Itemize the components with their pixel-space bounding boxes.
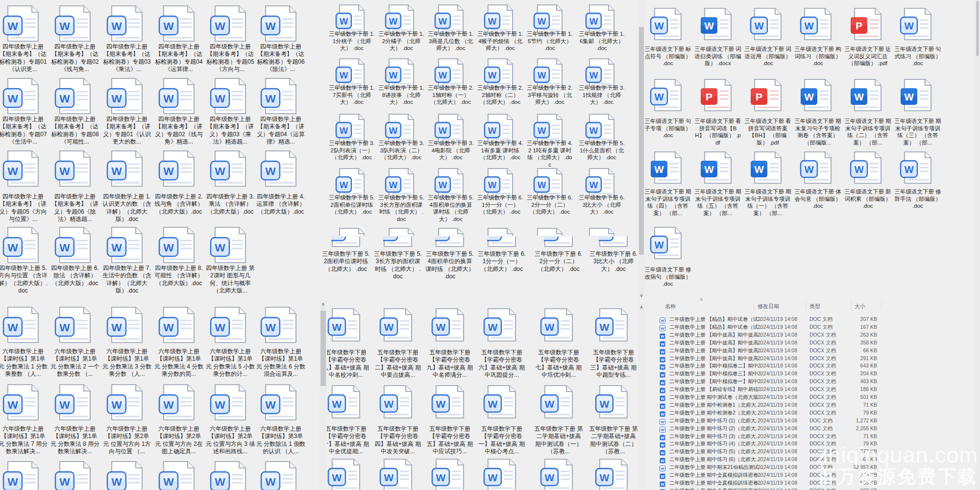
mid-upper-scrollbar-thumb[interactable] <box>639 27 644 255</box>
file-label[interactable]: 三年级语文下册 标点符号 （部编版） .doc <box>644 46 691 67</box>
list-row[interactable]: W二年级数学上册 【精品】期中试卷（试...2024/11/19 14:08DO… <box>655 324 975 331</box>
doc-file-icon[interactable]: W <box>339 4 365 34</box>
file-label[interactable]: 三年级语文下册 词语归类训练 （部编版） .docx <box>694 46 741 67</box>
doc-file-icon[interactable]: W <box>59 226 91 264</box>
doc-file-icon[interactable]: W <box>804 7 832 41</box>
doc-file-icon[interactable]: W <box>265 384 297 421</box>
list-row[interactable]: W二年级数学上册 【期中拔高】期中拔高...2024/11/19 14:08DO… <box>655 340 975 347</box>
doc-file-icon[interactable]: W <box>383 308 413 342</box>
doc-file-icon[interactable]: W <box>214 5 246 42</box>
doc-file-icon[interactable]: W <box>588 58 615 88</box>
file-label[interactable]: 三年级数学下册 1.7买新书 （北师大） .doc <box>329 84 375 106</box>
doc-file-icon[interactable]: W <box>111 226 143 264</box>
file-label[interactable]: 五年级数学下册 【学霸夺分密卷二】基础+拔高 期中要点拔高... <box>373 349 422 379</box>
file-label[interactable]: 三年级数学下册 1.5节约 （北师大） .doc <box>527 30 573 52</box>
doc-file-icon[interactable]: W <box>544 385 573 419</box>
doc-file-icon[interactable]: W <box>438 4 464 34</box>
bottom-mid-scrollbar-thumb[interactable] <box>320 311 326 386</box>
file-label[interactable]: 四年级数学上册 【期末备考】（讲义）专题02《线与角》精选... <box>154 116 204 146</box>
doc-file-icon[interactable]: W <box>7 5 39 42</box>
doc-file-icon[interactable]: W <box>339 113 365 144</box>
file-label[interactable]: 六年级数学上册 【课时练】第1单元 分数乘法 3 分数乘分数 （人... <box>102 348 152 378</box>
file-label[interactable]: 三年级语文下册 词语运用 （部编版） .doc <box>744 46 791 67</box>
file-label[interactable]: 三年级语文下册 期末句子训练专项训练（二） （含答案） （部... <box>844 118 891 147</box>
list-row[interactable]: W二年级数学上册 【期中模拟卷一】期中...2024/11/19 14:08DO… <box>655 378 975 386</box>
file-label[interactable]: 三年级语文下册 近义词反义词汇总 （部编版） .pdf <box>844 46 891 67</box>
docx-file-icon[interactable]: W <box>804 78 832 112</box>
doc-file-icon[interactable]: W <box>214 384 246 421</box>
doc-file-icon[interactable]: W <box>487 168 514 198</box>
pdf-file-icon[interactable]: P <box>754 78 782 112</box>
file-label[interactable]: 五年级数学下册 【学霸夺分密卷八】基础+拔高 期中名校冲刺... <box>321 349 370 379</box>
list-scrollbar-up-arrow-icon[interactable]: ∧ <box>638 305 645 310</box>
file-label[interactable]: 五年级数学下册 第二学期基础+拔高 期中测试卷（一）（苏教... <box>534 425 583 455</box>
list-row[interactable]: W二年级数学上册 【期中模拟卷二】期中...2024/11/19 14:08DO… <box>655 363 975 370</box>
file-label[interactable]: 六年级数学上册 【课时练】第2单元 位置与方向 3 描述和画路线... <box>205 425 255 455</box>
file-label[interactable]: 四年级数学上册 【期末备考】（达标检测卷）专题01《认识更... <box>0 43 48 73</box>
file-label[interactable]: 四年级数学上册 【期末备考】（达标检测卷）专题04《运算律... <box>154 43 204 73</box>
file-label[interactable]: 三年级数学下册 5.3长方形的面积课时练 （北师大） .doc <box>373 250 422 280</box>
file-label[interactable]: 四年级数学上册 2.线与角 （含详解）（北师大版）.doc <box>154 193 204 216</box>
file-label[interactable]: 六年级数学上册 【课时练】第1单元 分数乘法 8 用分数乘法解决... <box>50 425 100 455</box>
file-label[interactable]: 四年级数学上册 6.除法 （含详解）（北师大版）.doc <box>50 265 100 287</box>
list-row[interactable]: W二年级数学上册 【精品】期中试卷（试...2024/11/19 14:08DO… <box>655 316 975 323</box>
doc-file-icon[interactable]: W <box>383 458 413 490</box>
list-row[interactable]: W二年级数学上册 期中期末21份精品测试...2024/11/19 14:08D… <box>655 464 975 471</box>
file-label[interactable]: 四年级数学上册 【期末备考】（达标检测卷）专题07《生活中... <box>0 116 48 146</box>
doc-file-icon[interactable]: W <box>383 385 413 419</box>
list-row[interactable]: W二年级数学上册 期中检测卷1（北师大...2024/11/19 14:08DO… <box>655 402 975 409</box>
doc-file-icon[interactable]: W <box>111 306 143 343</box>
doc-file-icon[interactable]: W <box>654 226 682 260</box>
file-label[interactable]: 五年级数学下册 【学霸夺分密卷十】基础+拔高 期中全优提能... <box>321 425 370 455</box>
file-label[interactable]: 三年级数学下册 5.4面积单位的换算课时练 （北师大） .doc <box>425 250 474 280</box>
doc-file-icon[interactable]: W <box>435 385 465 419</box>
file-label[interactable]: 五年级数学下册 【学霸夺分密卷五】基础+拔高 期中应试技巧... <box>425 425 474 455</box>
column-header-type[interactable]: 类型 <box>809 303 820 310</box>
doc-file-icon[interactable]: W <box>7 306 39 343</box>
doc-file-icon[interactable]: W <box>214 77 246 115</box>
doc-file-icon[interactable]: W <box>537 58 563 88</box>
column-header-name[interactable]: 名称 <box>665 303 676 310</box>
doc-file-icon[interactable]: W <box>111 77 143 115</box>
doc-file-icon[interactable]: W <box>59 461 91 490</box>
doc-file-icon[interactable]: W <box>487 4 514 34</box>
file-label[interactable]: 三年级语文下册 体会句意 （部编版） .doc <box>794 188 841 210</box>
file-label[interactable]: 三年级语文下册 看拼音写词语【BH】 （部编版） .pdf <box>694 118 741 147</box>
file-label[interactable]: 三年级数学下册 1.2分橘子 （北师大） .doc <box>378 30 424 52</box>
file-label[interactable]: 六年级数学上册 【课时练】第1单元 分数乘法 2 一个数乘分数 （... <box>50 348 100 378</box>
doc-file-icon[interactable]: W <box>537 4 563 34</box>
file-label[interactable]: 五年级数学下册 【学霸夺分密卷九】基础+拔高 期中名师满分... <box>425 349 474 379</box>
file-label[interactable]: 五年级数学下册 【学霸夺分密卷六】基础+拔高 期中巩固提分... <box>477 349 526 379</box>
doc-file-icon[interactable]: W <box>588 113 615 144</box>
file-label[interactable]: 四年级数学上册 【期末备考】（讲义）专题01《认识更大的数... <box>102 116 152 146</box>
doc-file-icon[interactable]: W <box>163 5 195 42</box>
doc-file-icon[interactable]: W <box>654 78 682 112</box>
file-label[interactable]: 四年级数学上册 【期末备考】（达标检测卷）专题03《乘法》... <box>102 43 152 73</box>
file-label[interactable]: 三年级数学下册 5.1什么是面积 （北师大） .doc <box>579 140 625 161</box>
list-row[interactable]: W二年级数学上册 期中练习 (2)（北师大...2024/11/19 14:08… <box>655 425 975 433</box>
file-label[interactable]: 四年级数学上册 7.生活中的负数 （含详解）（北师大版）.doc <box>102 265 152 294</box>
doc-file-icon[interactable]: W <box>7 461 39 490</box>
file-label[interactable]: 六年级数学上册 【课时练】第1单元 分数乘法 1 分数乘整数 （人... <box>0 348 48 378</box>
doc-file-icon[interactable]: W <box>7 150 39 187</box>
file-label[interactable]: 三年级数学下册 3.2队列表演（一） （北师大） .doc <box>329 140 375 161</box>
doc-file-icon[interactable]: W <box>59 306 91 343</box>
right-edge-scrollbar-thumb[interactable] <box>976 1 979 56</box>
list-scrollbar-track[interactable] <box>638 303 645 490</box>
list-row[interactable]: W二年级数学上册 期中练习 (3)（北师大...2024/11/19 14:08… <box>655 433 975 441</box>
doc-file-icon[interactable]: W <box>588 168 615 198</box>
file-label[interactable]: 三年级数学下册 2.2轴对称（二） （北师大） .doc <box>477 84 523 106</box>
file-label[interactable]: 三年级数学下册 5.2面积单位课时练 （北师大） .doc <box>321 250 370 273</box>
file-label[interactable]: 三年级数学下册 4.2 1吨有多重 课时练 （北师大） .doc <box>527 140 573 169</box>
doc-file-icon[interactable]: W <box>111 461 143 490</box>
file-label[interactable]: 三年级语文下册 期末句子训练专项训练（三） （含答案） （部... <box>894 118 941 147</box>
doc-file-icon[interactable]: W <box>214 150 246 187</box>
file-label[interactable]: 四年级数学上册 3.乘法 （含详解）（北师大版）.doc <box>205 193 255 216</box>
file-label[interactable]: 三年级数学下册 2.1轴对称（一） （北师大） .doc <box>428 84 474 106</box>
file-label[interactable]: 三年级数学下册 3.3队列表演（二） （北师大） .doc <box>378 140 424 161</box>
file-label[interactable]: 三年级数学下册 1.8讲故事 （北师大） .doc <box>378 84 424 106</box>
file-label[interactable]: 三年级数学下册 6.2分一分（二） （北师大） .doc <box>527 194 573 216</box>
file-label[interactable]: 三年级数学下册 5.3长方形的面积课时练 （北师大） .doc <box>378 194 424 223</box>
file-label[interactable]: 三年级语文下册 新词积累 （部编版） .doc <box>844 188 891 210</box>
docx-file-icon[interactable]: W <box>704 7 732 41</box>
